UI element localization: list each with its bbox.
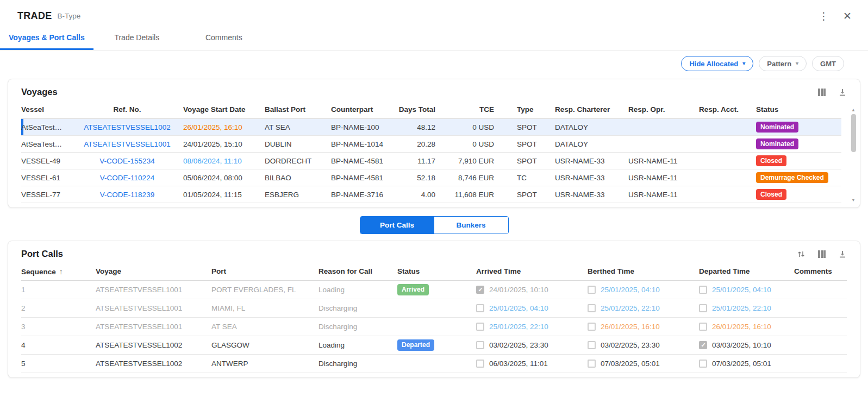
- hide-allocated-button[interactable]: Hide Allocated ▾: [681, 56, 753, 71]
- column-header-type[interactable]: Type: [498, 105, 555, 114]
- departed-checkbox[interactable]: [699, 286, 707, 294]
- arrived-time-value[interactable]: 25/01/2025, 22:10: [489, 323, 548, 331]
- voyage-start-date-cell[interactable]: 24/01/2025, 15:10: [183, 140, 265, 148]
- port-cell: ANTWERP: [211, 360, 319, 368]
- toggle-bunkers[interactable]: Bunkers: [434, 217, 508, 234]
- berthed-time-cell: 25/01/2025, 22:10: [588, 304, 699, 312]
- days-total-cell: 4.00: [396, 191, 440, 199]
- table-row[interactable]: AtSeaTest…ATSEATESTVESSEL100124/01/2025,…: [21, 136, 841, 153]
- toggle-port-calls[interactable]: Port Calls: [360, 217, 434, 234]
- counterpart-cell: BP-NAME-3716: [331, 191, 396, 199]
- berthed-time-value[interactable]: 25/01/2025, 22:10: [601, 304, 660, 312]
- pattern-button[interactable]: Pattern ▾: [759, 56, 807, 71]
- arrived-time-cell: 25/01/2025, 22:10: [476, 323, 588, 331]
- table-row[interactable]: VESSEL-77V-CODE-11823901/05/2024, 11:15E…: [21, 186, 841, 203]
- table-row[interactable]: 2ATSEATESTVESSEL1001MIAMI, FLDischarging…: [21, 299, 847, 318]
- voyage-start-date-cell[interactable]: 26/01/2025, 16:10: [183, 123, 265, 131]
- column-header-resp-opr[interactable]: Resp. Opr.: [628, 105, 699, 114]
- columns-icon[interactable]: [817, 88, 826, 97]
- column-header-voyage-start-date[interactable]: Voyage Start Date: [183, 105, 265, 114]
- column-header-port[interactable]: Port: [211, 267, 319, 275]
- table-row[interactable]: AtSeaTest…ATSEATESTVESSEL100226/01/2025,…: [21, 119, 841, 136]
- voyage-ref-link[interactable]: V-CODE-155234: [76, 157, 183, 165]
- table-row[interactable]: VESSEL-49V-CODE-15523408/06/2024, 11:10D…: [21, 153, 841, 169]
- tab-trade-details[interactable]: Trade Details: [93, 26, 180, 50]
- departed-time-value[interactable]: 03/03/2025, 10:10: [712, 341, 771, 349]
- voyage-start-date-cell[interactable]: 05/06/2024, 08:00: [183, 174, 265, 182]
- close-icon[interactable]: ✕: [843, 11, 852, 21]
- tab-voyages-port-calls[interactable]: Voyages & Port Calls: [0, 26, 93, 50]
- voyage-ref-link[interactable]: V-CODE-118239: [76, 191, 183, 199]
- vertical-scrollbar[interactable]: ▲ ▼: [850, 108, 857, 203]
- table-row[interactable]: 3ATSEATESTVESSEL1001AT SEADischarging25/…: [21, 318, 847, 336]
- voyage-ref-link[interactable]: ATSEATESTVESSEL1002: [76, 123, 183, 131]
- voyage-ref-link[interactable]: V-CODE-110224: [76, 174, 183, 182]
- column-header-comments[interactable]: Comments: [794, 267, 847, 275]
- departed-checkbox[interactable]: [699, 323, 707, 331]
- berthed-checkbox[interactable]: [588, 323, 596, 331]
- column-header-resp-charterer[interactable]: Resp. Charterer: [555, 105, 628, 114]
- departed-checkbox[interactable]: [699, 341, 707, 349]
- column-header-resp-acct[interactable]: Resp. Acct.: [699, 105, 756, 114]
- berthed-time-value[interactable]: 03/02/2025, 23:30: [601, 341, 660, 349]
- sequence-cell: 5: [21, 360, 96, 368]
- arrived-checkbox[interactable]: [476, 360, 484, 368]
- table-row[interactable]: 4ATSEATESTVESSEL1002GLASGOWLoadingDepart…: [21, 336, 847, 355]
- column-header-sequence[interactable]: Sequence↑: [21, 267, 96, 276]
- arrived-time-value[interactable]: 06/03/2025, 11:01: [489, 360, 548, 368]
- berthed-time-value[interactable]: 25/01/2025, 04:10: [601, 286, 660, 294]
- table-row[interactable]: 5ATSEATESTVESSEL1002ANTWERPDischarging06…: [21, 355, 847, 373]
- columns-icon[interactable]: [817, 250, 826, 259]
- column-header-status[interactable]: Status: [397, 267, 476, 275]
- voyage-ref-link[interactable]: ATSEATESTVESSEL1001: [76, 140, 183, 148]
- column-header-days-total[interactable]: Days Total: [396, 105, 440, 114]
- arrived-checkbox[interactable]: [476, 341, 484, 349]
- sort-icon[interactable]: [797, 250, 805, 259]
- column-header-ballast-port[interactable]: Ballast Port: [265, 105, 331, 114]
- days-total-cell: 52.18: [396, 174, 440, 182]
- arrived-time-value[interactable]: 03/02/2025, 23:30: [489, 341, 548, 349]
- download-icon[interactable]: [838, 88, 847, 97]
- departed-time-value[interactable]: 25/01/2025, 22:10: [712, 304, 771, 312]
- berthed-checkbox[interactable]: [588, 286, 596, 294]
- chevron-down-icon: ▾: [742, 61, 745, 66]
- departed-time-value[interactable]: 07/03/2025, 05:01: [712, 360, 771, 368]
- column-header-departed-time[interactable]: Departed Time: [699, 267, 794, 275]
- column-header-berthed-time[interactable]: Berthed Time: [588, 267, 699, 275]
- table-row[interactable]: VESSEL-61V-CODE-11022405/06/2024, 08:00B…: [21, 169, 841, 186]
- voyage-start-date-cell[interactable]: 08/06/2024, 11:10: [183, 157, 265, 165]
- table-row[interactable]: 1ATSEATESTVESSEL1001PORT EVERGLADES, FLL…: [21, 281, 847, 299]
- scroll-up-icon[interactable]: ▲: [851, 108, 855, 113]
- column-header-vessel[interactable]: Vessel: [21, 105, 76, 114]
- gmt-button[interactable]: GMT: [812, 56, 844, 71]
- voyage-start-date-cell[interactable]: 01/05/2024, 11:15: [183, 191, 265, 199]
- ballast-port-cell: ESBJERG: [265, 191, 331, 199]
- departed-time-value[interactable]: 26/01/2025, 16:10: [712, 323, 771, 331]
- arrived-time-value[interactable]: 25/01/2025, 04:10: [489, 304, 548, 312]
- column-header-ref-no[interactable]: Ref. No.: [76, 105, 183, 114]
- berthed-checkbox[interactable]: [588, 341, 596, 349]
- arrived-checkbox[interactable]: [476, 286, 484, 294]
- download-icon[interactable]: [838, 250, 847, 259]
- berthed-checkbox[interactable]: [588, 360, 596, 368]
- arrived-checkbox[interactable]: [476, 304, 484, 312]
- tab-comments[interactable]: Comments: [180, 26, 267, 50]
- departed-time-value[interactable]: 25/01/2025, 04:10: [712, 286, 771, 294]
- berthed-time-value[interactable]: 07/03/2025, 05:01: [601, 360, 660, 368]
- arrived-checkbox[interactable]: [476, 323, 484, 331]
- berthed-time-value[interactable]: 26/01/2025, 16:10: [601, 323, 660, 331]
- column-header-counterpart[interactable]: Counterpart: [331, 105, 396, 114]
- resp-charterer-cell: DATALOY: [555, 123, 628, 131]
- scrollbar-thumb[interactable]: [851, 114, 856, 152]
- column-header-voyage[interactable]: Voyage: [96, 267, 211, 275]
- scroll-down-icon[interactable]: ▼: [851, 198, 855, 203]
- departed-checkbox[interactable]: [699, 304, 707, 312]
- column-header-status[interactable]: Status: [756, 105, 841, 114]
- departed-checkbox[interactable]: [699, 360, 707, 368]
- berthed-checkbox[interactable]: [588, 304, 596, 312]
- arrived-time-value[interactable]: 24/01/2025, 10:10: [489, 286, 548, 294]
- kebab-menu-icon[interactable]: ⋮: [819, 11, 829, 21]
- column-header-tce[interactable]: TCE: [440, 105, 498, 114]
- column-header-arrived-time[interactable]: Arrived Time: [476, 267, 588, 275]
- column-header-reason-for-call[interactable]: Reason for Call: [319, 267, 397, 275]
